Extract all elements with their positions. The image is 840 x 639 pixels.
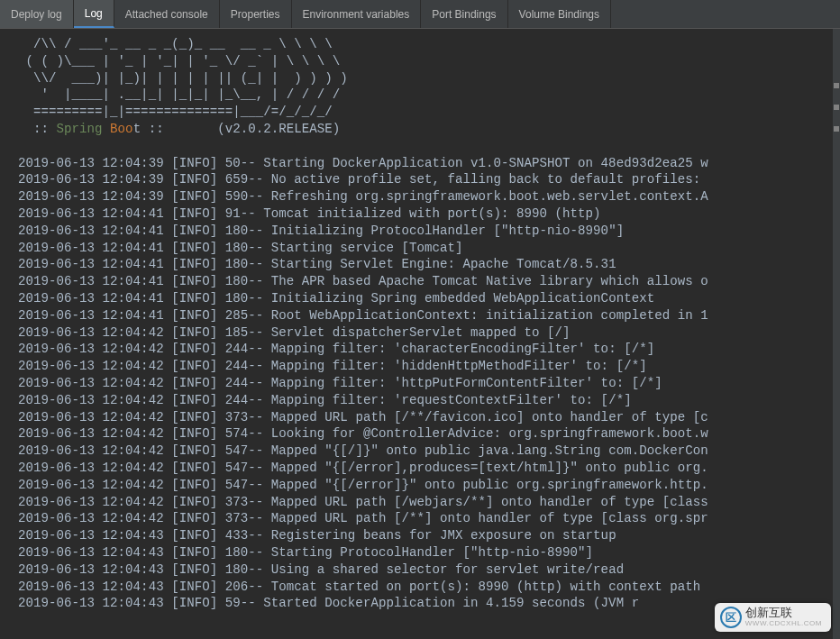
log-line: 2019-06-13 12:04:39 [INFO] 590-- Refresh… bbox=[18, 189, 708, 204]
tab-volume-bindings[interactable]: Volume Bindings bbox=[508, 0, 611, 28]
ascii-banner-line: =========|_|==============|___/=/_/_/_/ bbox=[18, 105, 333, 119]
log-line: 2019-06-13 12:04:41 [INFO] 180-- Startin… bbox=[18, 257, 616, 271]
gutter-markers bbox=[833, 29, 840, 639]
log-content: /\\ / ___'_ __ _ _(_)_ __ __ _ \ \ \ \ (… bbox=[18, 36, 833, 612]
log-line: 2019-06-13 12:04:41 [INFO] 180-- The APR… bbox=[18, 274, 708, 288]
marker-icon bbox=[834, 126, 839, 132]
log-line: 2019-06-13 12:04:42 [INFO] 547-- Mapped … bbox=[18, 478, 708, 492]
log-line: 2019-06-13 12:04:42 [INFO] 547-- Mapped … bbox=[18, 461, 708, 475]
log-line: 2019-06-13 12:04:43 [INFO] 59-- Started … bbox=[18, 596, 639, 610]
tab-deploy-log[interactable]: Deploy log bbox=[0, 0, 74, 28]
log-line: 2019-06-13 12:04:42 [INFO] 373-- Mapped … bbox=[18, 495, 708, 509]
marker-icon bbox=[834, 83, 839, 88]
log-line: 2019-06-13 12:04:42 [INFO] 373-- Mapped … bbox=[18, 410, 708, 424]
log-line: 2019-06-13 12:04:41 [INFO] 180-- Startin… bbox=[18, 241, 463, 255]
log-line: 2019-06-13 12:04:41 [INFO] 180-- Initial… bbox=[18, 291, 654, 306]
ascii-banner-line: ' |____| .__|_| |_|_| |_\__, | / / / / bbox=[18, 87, 340, 102]
watermark-title: 创新互联 bbox=[745, 607, 822, 619]
log-line: 2019-06-13 12:04:43 [INFO] 433-- Registe… bbox=[18, 528, 616, 543]
log-line: 2019-06-13 12:04:42 [INFO] 547-- Mapped … bbox=[18, 443, 708, 458]
log-line: 2019-06-13 12:04:42 [INFO] 185-- Servlet… bbox=[18, 325, 571, 340]
tab-properties[interactable]: Properties bbox=[220, 0, 292, 28]
tab-attached-console[interactable]: Attached console bbox=[114, 0, 220, 28]
log-panel[interactable]: /\\ / ___'_ __ _ _(_)_ __ __ _ \ \ \ \ (… bbox=[0, 29, 833, 639]
log-line: 2019-06-13 12:04:43 [INFO] 180-- Startin… bbox=[18, 545, 593, 560]
log-line: 2019-06-13 12:04:42 [INFO] 244-- Mapping… bbox=[18, 342, 654, 356]
log-line: 2019-06-13 12:04:39 [INFO] 50-- Starting… bbox=[18, 156, 708, 170]
log-line: 2019-06-13 12:04:43 [INFO] 206-- Tomcat … bbox=[18, 580, 708, 594]
tab-environment-variables[interactable]: Environment variables bbox=[292, 0, 422, 28]
log-line: 2019-06-13 12:04:42 [INFO] 373-- Mapped … bbox=[18, 511, 708, 525]
log-line: 2019-06-13 12:04:42 [INFO] 244-- Mapping… bbox=[18, 393, 632, 407]
spring-boot-line: :: Spring Boot :: (v2.0.2.RELEASE) bbox=[18, 122, 340, 136]
ascii-banner-line: ( ( )\___ | '_ | '_| | '_ \/ _` | \ \ \ … bbox=[18, 54, 340, 68]
log-line: 2019-06-13 12:04:39 [INFO] 659-- No acti… bbox=[18, 172, 700, 187]
marker-icon bbox=[834, 105, 839, 110]
log-line: 2019-06-13 12:04:42 [INFO] 244-- Mapping… bbox=[18, 376, 662, 390]
watermark-logo-icon: 区 bbox=[720, 607, 742, 628]
watermark-url: WWW.CDCXHL.COM bbox=[745, 620, 822, 628]
log-line: 2019-06-13 12:04:43 [INFO] 180-- Using a… bbox=[18, 562, 624, 577]
tab-log[interactable]: Log bbox=[74, 0, 114, 28]
ascii-banner-line: \\/ ___)| |_)| | | | | || (_| | ) ) ) ) bbox=[18, 71, 348, 86]
log-line: 2019-06-13 12:04:41 [INFO] 91-- Tomcat i… bbox=[18, 206, 601, 221]
watermark-badge: 区 创新互联 WWW.CDCXHL.COM bbox=[715, 603, 831, 632]
log-line: 2019-06-13 12:04:41 [INFO] 180-- Initial… bbox=[18, 224, 624, 238]
ascii-banner-line: /\\ / ___'_ __ _ _(_)_ __ __ _ \ \ \ \ bbox=[18, 37, 333, 51]
log-line: 2019-06-13 12:04:41 [INFO] 285-- Root We… bbox=[18, 308, 708, 323]
log-line: 2019-06-13 12:04:42 [INFO] 574-- Looking… bbox=[18, 426, 708, 441]
tab-bar: Deploy logLogAttached consolePropertiesE… bbox=[0, 0, 840, 29]
log-line: 2019-06-13 12:04:42 [INFO] 244-- Mapping… bbox=[18, 359, 647, 373]
tab-port-bindings[interactable]: Port Bindings bbox=[421, 0, 507, 28]
